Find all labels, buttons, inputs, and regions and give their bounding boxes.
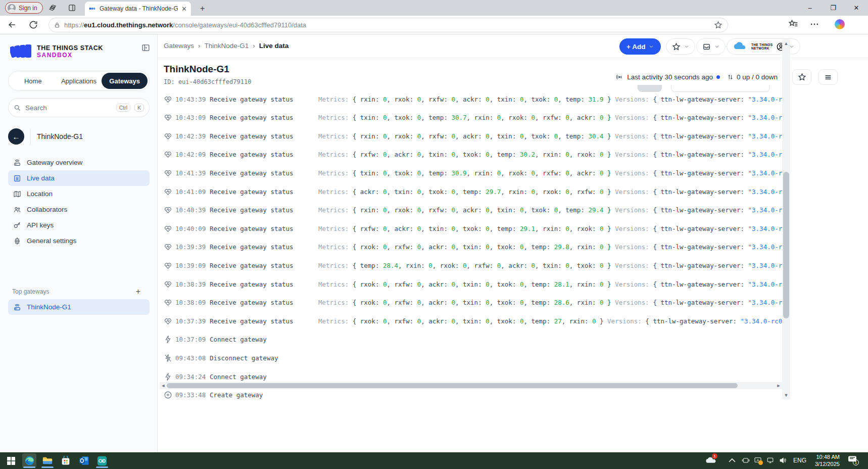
event-row[interactable]: 10:37:39Receive gateway statusMetrics: {… [164, 312, 782, 330]
event-row[interactable]: 10:43:39Receive gateway statusMetrics: {… [164, 90, 782, 108]
sidebar-item-thinknode-g1[interactable]: ThinkNode-G1 [8, 299, 150, 315]
back-to-gateways-button[interactable]: ← [8, 128, 24, 145]
last-activity-status: Last activity 30 seconds ago [616, 73, 720, 81]
event-row[interactable]: 10:37:09Connect gateway [164, 331, 782, 349]
event-row[interactable]: 10:39:39Receive gateway statusMetrics: {… [164, 238, 782, 256]
sidebar-collapse-icon[interactable] [141, 43, 150, 52]
sidebar-item-general-settings[interactable]: General settings [8, 233, 150, 249]
event-row[interactable]: 09:43:08Disconnect gateway [164, 349, 782, 367]
sidebar-item-live-data[interactable]: Live data [8, 170, 150, 186]
event-time: 10:40:09 [175, 225, 210, 232]
breadcrumb: Gateways›ThinkNode-G1›Live data [164, 42, 288, 50]
bookmark-gateway-button[interactable] [792, 69, 811, 85]
volume-icon[interactable] [779, 456, 787, 464]
browser-signin-button[interactable]: Sign in [5, 2, 43, 14]
sidebar-item-collaborators[interactable]: Collaborators [8, 202, 150, 217]
language-indicator[interactable]: ENG [793, 457, 806, 464]
event-name: Receive gateway status [210, 114, 318, 121]
event-data-preview: Metrics: { rxok: 0, rxfw: 0, ackr: 0, tx… [318, 280, 782, 288]
event-row[interactable]: 10:41:09Receive gateway statusMetrics: {… [164, 182, 782, 201]
event-row[interactable]: 10:39:09Receive gateway statusMetrics: {… [164, 256, 782, 274]
browser-menu-icon[interactable] [809, 19, 819, 29]
heartbeat-icon [164, 187, 172, 196]
refresh-icon[interactable] [28, 20, 38, 30]
event-time: 10:43:39 [175, 96, 210, 103]
tab-actions-icon[interactable] [68, 4, 76, 12]
notification-center-button[interactable]: 1 [848, 455, 857, 463]
search-input[interactable]: Search Ctrl K [8, 98, 150, 117]
favorites-icon[interactable] [788, 19, 798, 29]
scroll-left-icon[interactable]: ◄ [160, 382, 167, 389]
scroll-right-icon[interactable]: ► [775, 382, 782, 389]
scroll-up-icon[interactable]: ▲ [782, 39, 790, 48]
add-button[interactable]: + Add [619, 38, 661, 55]
event-row[interactable]: 10:38:09Receive gateway statusMetrics: {… [164, 294, 782, 312]
star-icon [672, 42, 681, 51]
events-vertical-scrollbar[interactable]: ▲ ▼ [782, 39, 790, 399]
breadcrumb-thinknode-g1[interactable]: ThinkNode-G1 [205, 42, 249, 50]
copilot-icon[interactable] [835, 19, 845, 29]
taskbar-outlook-button[interactable] [77, 453, 91, 468]
scrollbar-thumb[interactable] [167, 383, 738, 388]
gateway-actions-menu-button[interactable] [818, 69, 838, 85]
onedrive-icon[interactable]: 1 [705, 456, 717, 464]
tab-applications[interactable]: Applications [56, 73, 102, 89]
bookmark-star-icon[interactable] [714, 21, 722, 29]
breadcrumb-gateways[interactable]: Gateways [164, 42, 194, 50]
start-button[interactable] [4, 453, 18, 468]
tab-close-icon[interactable]: ✕ [181, 5, 187, 13]
sidebar-item-gateway-overview[interactable]: Gateway overview [8, 155, 150, 170]
event-data-preview: Metrics: { txin: 0, txok: 0, temp: 30.7,… [318, 114, 782, 121]
tab-home[interactable]: Home [10, 73, 56, 89]
taskbar-arduino-button[interactable] [95, 453, 109, 468]
tray-cast-icon[interactable] [754, 456, 762, 464]
taskbar-clock[interactable]: 10:48 AM 3/12/2025 [815, 453, 840, 467]
event-row[interactable]: 10:42:09Receive gateway statusMetrics: {… [164, 146, 782, 164]
event-row[interactable]: 10:43:09Receive gateway statusMetrics: {… [164, 109, 782, 127]
back-icon[interactable] [7, 20, 17, 30]
event-row[interactable]: 10:41:39Receive gateway statusMetrics: {… [164, 164, 782, 182]
live-data-event-list: 10:43:39Receive gateway statusMetrics: {… [158, 90, 782, 404]
window-close-button[interactable]: ✕ [845, 0, 868, 16]
sidebar-item-api-keys[interactable]: API keys [8, 217, 150, 233]
network-icon[interactable] [766, 456, 775, 464]
taskbar-store-button[interactable] [59, 453, 73, 468]
new-tab-icon[interactable]: + [200, 4, 205, 13]
heartbeat-icon [164, 113, 172, 122]
url-field[interactable]: https://eu1.cloud.thethings.network/cons… [49, 18, 728, 32]
sidebar-item-label: General settings [27, 237, 76, 245]
event-name: Receive gateway status [210, 169, 318, 177]
starred-menu-button[interactable] [666, 38, 695, 55]
heartbeat-icon [164, 95, 172, 104]
heartbeat-icon [164, 243, 172, 251]
connect-icon [164, 372, 172, 381]
window-restore-button[interactable]: ❐ [822, 0, 845, 16]
ttn-network-wordmark: THE THINGSNETWORK [751, 43, 773, 50]
scroll-down-icon[interactable]: ▼ [782, 391, 790, 399]
window-minimize-button[interactable]: – [798, 0, 822, 16]
add-gateway-icon[interactable]: + [136, 287, 140, 296]
browser-tab[interactable]: Gateway data - ThinkNode-G1 - T ✕ [85, 2, 191, 16]
events-horizontal-scrollbar[interactable]: ◄ ► [160, 382, 782, 389]
event-row[interactable]: 10:40:09Receive gateway statusMetrics: {… [164, 219, 782, 238]
event-row[interactable]: 10:38:39Receive gateway statusMetrics: {… [164, 275, 782, 293]
event-time: 10:37:09 [175, 336, 210, 343]
workspaces-icon[interactable] [49, 4, 57, 12]
updown-counter: 0 up / 0 down [727, 73, 778, 81]
taskbar-explorer-button[interactable] [40, 453, 55, 468]
event-row[interactable]: 10:40:39Receive gateway statusMetrics: {… [164, 201, 782, 219]
tray-chevron-icon[interactable] [729, 458, 736, 463]
taskbar-edge-button[interactable] [22, 453, 36, 468]
tab-gateways[interactable]: Gateways [102, 73, 148, 89]
tray-camera-icon[interactable] [742, 456, 750, 464]
notifications-menu-button[interactable] [696, 38, 726, 55]
event-data-preview: Metrics: { ackr: 0, txin: 0, txok: 0, te… [318, 188, 782, 196]
breadcrumb-live-data[interactable]: Live data [259, 42, 289, 50]
ms-store-icon [61, 456, 70, 465]
scrollbar-thumb[interactable] [783, 172, 789, 318]
console-section-tabs: HomeApplicationsGateways [8, 71, 150, 91]
event-row[interactable]: 10:42:39Receive gateway statusMetrics: {… [164, 127, 782, 145]
sidebar-item-location[interactable]: Location [8, 186, 150, 202]
event-name: Receive gateway status [210, 243, 318, 251]
event-time: 10:39:39 [175, 243, 210, 251]
